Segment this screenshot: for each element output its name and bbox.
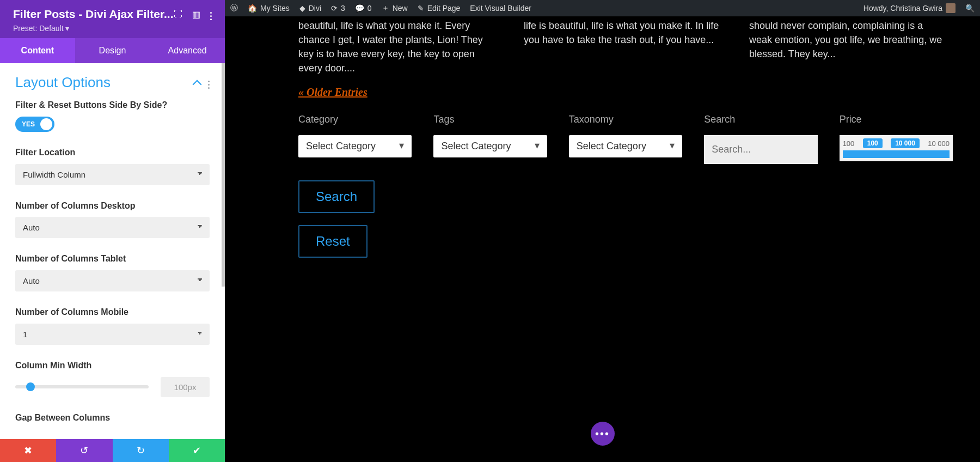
save-button[interactable]: ✔: [169, 439, 225, 462]
post-excerpt: life is beautiful, life is what you make…: [524, 19, 722, 75]
expand-icon[interactable]: ⛶: [174, 9, 182, 19]
action-buttons: Search Reset: [225, 164, 980, 258]
wp-admin-bar: ⓦ 🏠 My Sites ◆ Divi ⟳ 3 💬 0 ＋ New ✎ Edit…: [225, 0, 980, 16]
label-cols-desktop: Number of Columns Desktop: [15, 200, 210, 212]
search-button[interactable]: Search: [298, 180, 375, 213]
filter-label-price: Price: [840, 114, 953, 125]
toggle-side-by-side[interactable]: YES: [15, 117, 54, 132]
post-excerpt: should never complain, complaining is a …: [749, 19, 947, 75]
slider-handle[interactable]: [26, 382, 35, 391]
divi-link[interactable]: ◆ Divi: [299, 4, 321, 13]
label-side-by-side: Filter & Reset Buttons Side By Side?: [15, 100, 210, 111]
price-bar[interactable]: [843, 150, 950, 158]
tab-design[interactable]: Design: [75, 38, 150, 63]
filter-label-taxonomy: Taxonomy: [569, 114, 682, 125]
panel-footer: ✖ ↺ ↻ ✔: [0, 439, 225, 462]
new-link[interactable]: ＋ New: [382, 3, 408, 13]
undo-button[interactable]: ↺: [56, 439, 112, 462]
preview-stage: ⓦ 🏠 My Sites ◆ Divi ⟳ 3 💬 0 ＋ New ✎ Edit…: [225, 0, 980, 462]
label-cols-tablet: Number of Columns Tablet: [15, 253, 210, 265]
label-cols-mobile: Number of Columns Mobile: [15, 307, 210, 318]
chevron-up-icon[interactable]: [193, 80, 202, 89]
reset-button[interactable]: Reset: [298, 225, 367, 258]
slider-col-min-width[interactable]: [15, 385, 149, 388]
search-icon[interactable]: 🔍: [965, 4, 975, 13]
mysites-link[interactable]: 🏠 My Sites: [248, 4, 290, 13]
edit-page-link[interactable]: ✎ Edit Page: [418, 4, 461, 13]
select-category[interactable]: Select Category: [298, 135, 412, 157]
older-entries-link[interactable]: « Older Entries: [298, 86, 367, 98]
redo-button[interactable]: ↻: [113, 439, 169, 462]
columns-icon[interactable]: ▥: [192, 9, 200, 20]
select-cols-tablet[interactable]: Auto: [15, 270, 210, 291]
toggle-knob: [40, 118, 52, 130]
panel-tabs: Content Design Advanced: [0, 38, 225, 63]
older-entries: « Older Entries: [225, 75, 980, 110]
filters-row: Category Select Category Tags Select Cat…: [225, 110, 980, 164]
more-icon[interactable]: [210, 9, 212, 19]
post-excerpt: beautiful, life is what you make it. Eve…: [298, 19, 497, 75]
howdy-user[interactable]: Howdy, Christina Gwira: [863, 3, 955, 13]
wp-logo-icon[interactable]: ⓦ: [230, 3, 238, 13]
fab-more-icon[interactable]: •••: [591, 422, 615, 446]
select-cols-mobile[interactable]: 1: [15, 324, 210, 345]
updates-link[interactable]: ⟳ 3: [331, 4, 345, 13]
section-title[interactable]: Layout Options: [15, 74, 111, 91]
posts-row: beautiful, life is what you make it. Eve…: [225, 19, 980, 75]
price-max: 10 000: [928, 139, 950, 148]
label-col-min-width: Column Min Width: [15, 360, 210, 372]
select-tags[interactable]: Select Category: [433, 135, 547, 157]
panel-title: Filter Posts - Divi Ajax Filter...: [13, 8, 173, 21]
price-low-chip[interactable]: 100: [863, 138, 883, 148]
filter-label-category: Category: [298, 114, 412, 125]
settings-panel: Filter Posts - Divi Ajax Filter... ⛶ ▥ P…: [0, 0, 225, 462]
filter-label-tags: Tags: [433, 114, 547, 125]
comments-link[interactable]: 💬 0: [355, 4, 372, 13]
price-min: 100: [843, 139, 855, 148]
label-gap: Gap Between Columns: [15, 412, 210, 424]
preset-label[interactable]: Preset: Default ▾: [13, 24, 212, 33]
price-high-chip[interactable]: 10 000: [891, 138, 920, 148]
label-filter-location: Filter Location: [15, 147, 210, 159]
panel-header: Filter Posts - Divi Ajax Filter... ⛶ ▥ P…: [0, 0, 225, 38]
tab-content[interactable]: Content: [0, 38, 75, 63]
search-input[interactable]: [704, 135, 817, 164]
cancel-button[interactable]: ✖: [0, 439, 56, 462]
toggle-value: YES: [22, 120, 35, 128]
tab-advanced[interactable]: Advanced: [150, 38, 225, 63]
select-filter-location[interactable]: Fullwidth Column: [15, 164, 210, 185]
filter-label-search: Search: [704, 114, 817, 125]
price-slider[interactable]: 100 100 10 000 10 000: [840, 135, 953, 161]
select-taxonomy[interactable]: Select Category: [569, 135, 682, 157]
slider-value[interactable]: 100px: [161, 377, 210, 397]
select-cols-desktop[interactable]: Auto: [15, 217, 210, 238]
panel-body: Layout Options Filter & Reset Buttons Si…: [0, 63, 225, 439]
exit-visual-builder-link[interactable]: Exit Visual Builder: [470, 4, 531, 13]
avatar: [946, 3, 955, 13]
section-more-icon[interactable]: [208, 78, 210, 88]
